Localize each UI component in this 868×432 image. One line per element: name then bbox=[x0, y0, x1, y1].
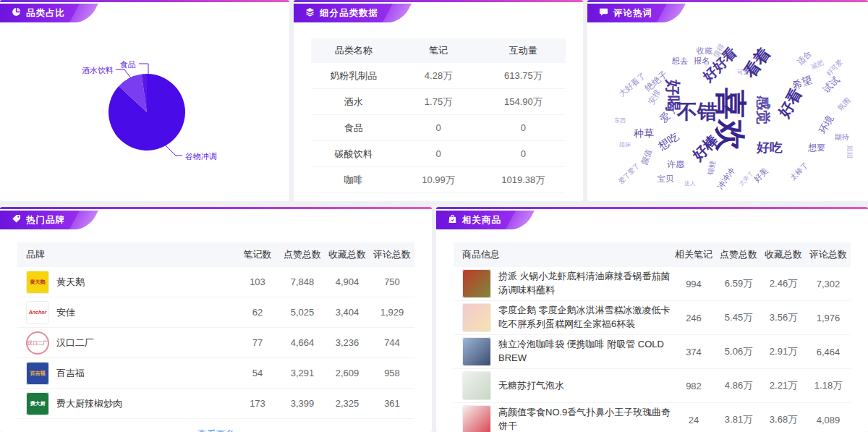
cell-favs: 3.56万 bbox=[761, 311, 806, 324]
panel-subcategory-data: 细分品类数据 品类名称 笔记 互动量 奶粉乳制品 4.28万 613.75万 酒… bbox=[294, 0, 583, 201]
cell-notes: 62 bbox=[235, 307, 280, 318]
word-cloud-word: 收藏 bbox=[697, 47, 712, 55]
product-thumbnail bbox=[462, 405, 491, 432]
word-cloud-word: 颜值 bbox=[640, 148, 653, 166]
column-header: 评论总数 bbox=[370, 248, 414, 261]
comment-icon bbox=[599, 7, 608, 19]
word-cloud-word: 感觉 bbox=[756, 96, 770, 124]
cell-notes: 246 bbox=[671, 313, 716, 323]
panel-related-products: 相关商品 商品信息 相关笔记 点赞总数 收藏总数 评论总数 捞派 火锅小龙虾底料… bbox=[436, 207, 868, 432]
cell-favs: 2,325 bbox=[325, 398, 370, 409]
brand-logo: Anchor bbox=[26, 301, 49, 324]
pie-label-drinks: 酒水饮料 bbox=[82, 65, 114, 76]
column-header: 收藏总数 bbox=[325, 248, 370, 261]
cell-likes: 4.86万 bbox=[716, 379, 761, 392]
cell-likes: 5.06万 bbox=[716, 345, 761, 358]
table-row: 咖啡 10.99万 1019.38万 bbox=[311, 167, 566, 193]
cell-notes: 77 bbox=[235, 337, 280, 348]
pie-label-cereal: 谷物冲调 bbox=[185, 151, 217, 162]
cell-comments: 6,464 bbox=[806, 347, 851, 357]
brand-logo-text: 百吉福 bbox=[30, 370, 46, 376]
cell-interactions: 1019.38万 bbox=[481, 174, 566, 187]
table-row: 酒水 1.75万 154.90万 bbox=[311, 89, 566, 115]
column-header: 笔记 bbox=[396, 44, 480, 57]
word-cloud-word: 好吃 bbox=[757, 141, 783, 154]
cell-interactions: 0 bbox=[481, 122, 566, 133]
panel-title: 相关商品 bbox=[462, 214, 501, 226]
cell-interactions: 0 bbox=[481, 148, 566, 159]
word-cloud-word: 好看 bbox=[775, 86, 804, 120]
brand-logo: 汉口二厂 bbox=[26, 331, 49, 355]
cell-notes: 10.99万 bbox=[396, 174, 480, 187]
word-cloud-word: 试试 bbox=[821, 75, 841, 95]
cell-likes: 3.81万 bbox=[716, 413, 761, 426]
product-thumbnail bbox=[462, 337, 491, 366]
word-cloud-word: 环境 bbox=[817, 114, 835, 135]
word-cloud-word: 希望 bbox=[791, 75, 813, 91]
cell-comments: 1,976 bbox=[806, 313, 851, 323]
brand-logo-text: 黄天鹅 bbox=[30, 279, 46, 285]
related-products-table: 商品信息 相关笔记 点赞总数 收藏总数 评论总数 捞派 火锅小龙虾底料清油麻辣香… bbox=[454, 242, 851, 432]
cell-likes: 3,291 bbox=[280, 368, 325, 378]
cell-likes: 6.59万 bbox=[716, 277, 761, 290]
panel-hot-words: 评论热词 喜欢不错好喝感觉好好看看着好看好棒好吃种草想吃爱了绝绝子大好看了安排收… bbox=[587, 0, 868, 201]
column-header: 相关笔记 bbox=[671, 248, 716, 261]
word-cloud-word: 爱了 bbox=[658, 103, 679, 124]
table-row: 独立冷泡咖啡袋 便携咖啡 附吸管 COLD BREW 374 5.06万 2.9… bbox=[454, 335, 851, 369]
column-header: 点赞总数 bbox=[280, 248, 325, 261]
word-cloud-word: 可爱 bbox=[737, 69, 750, 76]
word-cloud-word: 好美 bbox=[752, 166, 769, 183]
subcategory-table: 品类名称 笔记 互动量 奶粉乳制品 4.28万 613.75万 酒水 1.75万… bbox=[311, 38, 566, 193]
cell-comments: 4,089 bbox=[806, 415, 851, 425]
brand-logo: 黄天鹅 bbox=[26, 271, 49, 294]
cell-favs: 2.91万 bbox=[761, 345, 806, 358]
brand-name: 汉口二厂 bbox=[56, 336, 94, 350]
cell-notes: 24 bbox=[671, 415, 716, 425]
cell-notes: 1.75万 bbox=[396, 96, 480, 109]
hot-brands-table: 品牌 笔记数 点赞总数 收藏总数 评论总数 黄天鹅 黄天鹅 103 7,848 … bbox=[17, 242, 414, 432]
brand-logo-text: 费大厨 bbox=[30, 401, 46, 407]
cell-favs: 2.46万 bbox=[761, 277, 806, 290]
product-thumbnail bbox=[462, 269, 491, 298]
panel-title: 细分品类数据 bbox=[320, 7, 378, 20]
brand-logo-text: Anchor bbox=[29, 310, 47, 315]
table-row: 黄天鹅 黄天鹅 103 7,848 4,904 750 bbox=[17, 267, 414, 297]
word-cloud-word: 想要 bbox=[808, 143, 825, 152]
cell-category: 碳酸饮料 bbox=[311, 148, 396, 161]
cell-favs: 3,236 bbox=[325, 337, 370, 348]
column-header: 品类名称 bbox=[311, 44, 396, 57]
layers-icon bbox=[305, 7, 315, 19]
cell-comments: 1.18万 bbox=[806, 379, 851, 392]
table-row: 食品 0 0 bbox=[311, 115, 566, 141]
dashboard-page: 品类占比 食品 酒水饮料 谷物冲调 bbox=[0, 0, 868, 432]
word-cloud-word: 氛围 bbox=[836, 96, 851, 111]
cell-notes: 54 bbox=[235, 368, 280, 378]
word-cloud-word: 减肥 bbox=[810, 60, 825, 71]
cell-comments: 744 bbox=[370, 337, 414, 348]
cell-notes: 103 bbox=[235, 276, 280, 287]
table-row: 费大厨 费大厨辣椒炒肉 173 3,399 2,325 361 bbox=[17, 389, 414, 419]
product-name: 无糖苏打气泡水 bbox=[498, 379, 564, 393]
cell-notes: 994 bbox=[671, 279, 716, 289]
cell-likes: 7,848 bbox=[280, 276, 325, 287]
brand-name: 费大厨辣椒炒肉 bbox=[56, 397, 122, 410]
pie-chart-svg bbox=[0, 0, 289, 201]
brand-name: 安佳 bbox=[56, 306, 75, 319]
cell-comments: 958 bbox=[370, 368, 414, 378]
table-row: 碳酸饮料 0 0 bbox=[311, 141, 566, 167]
panel-category-share: 品类占比 食品 酒水饮料 谷物冲调 bbox=[0, 0, 289, 201]
cell-favs: 2,609 bbox=[325, 368, 370, 378]
column-header: 品牌 bbox=[17, 248, 235, 261]
cell-interactions: 613.75万 bbox=[481, 69, 566, 82]
panel-title: 热门品牌 bbox=[26, 214, 65, 226]
cell-likes: 5.45万 bbox=[716, 311, 761, 324]
table-row: 无糖苏打气泡水 982 4.86万 2.21万 1.18万 bbox=[454, 369, 851, 403]
cell-comments: 1,929 bbox=[370, 307, 414, 318]
pie-label-food: 食品 bbox=[120, 59, 136, 70]
table-row: 捞派 火锅小龙虾底料清油麻辣香锅番茄菌汤调味料蘸料 994 6.59万 2.46… bbox=[454, 267, 851, 301]
view-more-link[interactable]: 查看更多 bbox=[17, 428, 414, 432]
cell-category: 奶粉乳制品 bbox=[311, 69, 396, 82]
word-cloud-word: 冲冲冲 bbox=[716, 166, 736, 190]
table-header-row: 品牌 笔记数 点赞总数 收藏总数 评论总数 bbox=[17, 242, 414, 267]
table-row: 零度企鹅 零度企鹅冰淇淋雪糕冰激凌低卡吃不胖系列蛋糕网红全家福6杯装 246 5… bbox=[454, 301, 851, 335]
